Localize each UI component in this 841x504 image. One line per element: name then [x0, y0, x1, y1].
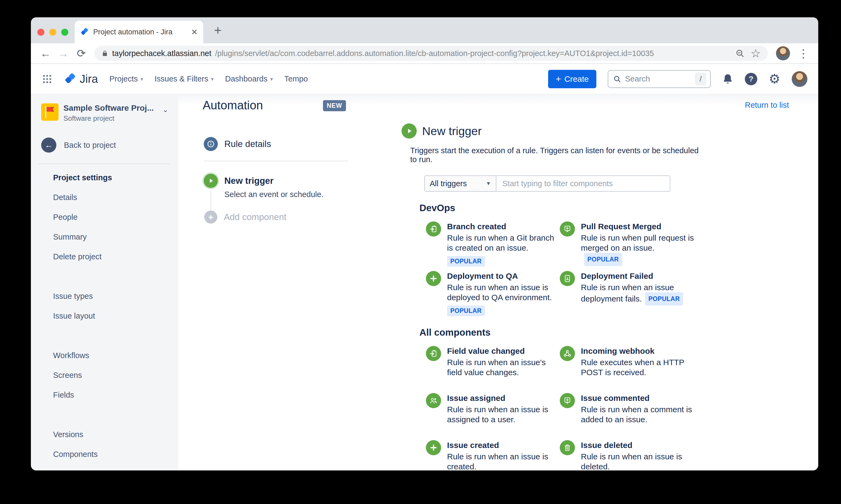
sidebar-divider	[38, 163, 171, 164]
clipboard-arrow-icon	[426, 221, 441, 237]
back-icon[interactable]: ←	[38, 47, 53, 59]
sidebar-item-summary[interactable]: Summary	[53, 227, 170, 247]
forward-icon[interactable]: →	[56, 47, 71, 59]
stepper-rule-details[interactable]: Rule details	[204, 137, 350, 151]
browser-menu-icon[interactable]: ⋮	[797, 47, 809, 60]
jira-wordmark: Jira	[80, 73, 98, 86]
tab-title: Project automation - Jira	[93, 28, 187, 36]
nav-item-projects[interactable]: Projects▾	[109, 74, 143, 83]
trigger-title: Issue assigned	[447, 394, 557, 403]
sidebar-item-components[interactable]: Components	[53, 445, 170, 464]
sidebar-item-issue-types[interactable]: Issue types	[53, 286, 170, 306]
trigger-card-issue-commented[interactable]: Issue commentedRule is run when a commen…	[560, 393, 695, 425]
create-button[interactable]: + Create	[548, 70, 596, 88]
global-search[interactable]: /	[608, 70, 711, 88]
info-icon	[204, 137, 218, 151]
app-switcher-icon[interactable]	[42, 74, 53, 85]
project-name: Sample Software Proj...	[64, 103, 154, 113]
sidebar-item-people[interactable]: People	[53, 207, 170, 227]
trigger-card-branch-created[interactable]: Branch createdRule is run when a Git bra…	[426, 221, 560, 267]
project-avatar	[41, 103, 58, 121]
trigger-card-issue-assigned[interactable]: Issue assignedRule is run when an issue …	[426, 393, 560, 425]
new-trigger-panel: New trigger Triggers start the execution…	[401, 123, 700, 470]
sidebar-item-workflows[interactable]: Workflows	[53, 346, 170, 365]
nav-item-label: Tempo	[284, 74, 308, 83]
reload-icon[interactable]: ⟳	[74, 47, 89, 59]
search-icon	[613, 75, 621, 83]
settings-gear-icon[interactable]: ⚙	[769, 73, 780, 86]
trigger-card-issue-created[interactable]: Issue createdRule is run when an issue i…	[426, 440, 560, 470]
chevron-down-icon: ▾	[140, 76, 143, 82]
nav-item-label: Projects	[109, 74, 138, 83]
play-icon	[401, 123, 417, 139]
trigger-type-dropdown[interactable]: All triggers ▼	[424, 175, 496, 192]
minimize-window-button[interactable]	[49, 29, 56, 36]
trigger-description: Rule is run when pull request is merged …	[581, 233, 695, 266]
trigger-card-field-value-changed[interactable]: Field value changedRule is run when an i…	[426, 346, 560, 377]
trigger-card-deployment-failed[interactable]: Deployment FailedRule is run when an iss…	[560, 271, 695, 316]
trigger-description: Rule is run when an issue deployment fai…	[581, 282, 695, 306]
trigger-title: Issue commented	[581, 394, 695, 403]
trigger-card-grid: Field value changedRule is run when an i…	[426, 346, 700, 470]
search-shortcut-badge: /	[695, 73, 706, 86]
close-window-button[interactable]	[37, 29, 45, 36]
plus-icon	[426, 440, 441, 455]
caret-down-icon: ▼	[486, 181, 491, 186]
nav-item-dashboards[interactable]: Dashboards▾	[225, 74, 273, 83]
zoom-out-icon[interactable]	[735, 49, 744, 58]
tab-close-icon[interactable]: ✕	[191, 27, 198, 37]
sidebar-item-fields[interactable]: Fields	[53, 385, 170, 405]
sidebar-item-screens[interactable]: Screens	[53, 365, 170, 385]
trigger-card-pull-request-merged[interactable]: Pull Request MergedRule is run when pull…	[560, 221, 695, 267]
sidebar-item-versions[interactable]: Versions	[53, 425, 170, 445]
plus-circle-icon: +	[204, 211, 217, 223]
sidebar-item-issue-layout[interactable]: Issue layout	[53, 306, 170, 326]
back-to-project[interactable]: ← Back to project	[41, 138, 116, 153]
fullscreen-window-button[interactable]	[61, 29, 68, 36]
browser-window: Project automation - Jira ✕ + ← → ⟳ tayl…	[31, 17, 818, 470]
bookmark-star-icon[interactable]: ☆	[751, 47, 761, 60]
trigger-description: Rule is run when an issue's field value …	[447, 357, 557, 377]
nav-item-tempo[interactable]: Tempo	[284, 74, 308, 83]
jira-logo[interactable]: Jira	[64, 73, 98, 86]
trigger-description: Rule is run when a Git branch is created…	[447, 233, 557, 253]
search-input[interactable]	[625, 74, 691, 83]
trigger-description: Rule is run when an issue is deleted.	[581, 451, 695, 470]
trigger-description: Rule is run when an issue is assigned to…	[447, 404, 557, 425]
chevron-down-icon: ▾	[270, 76, 273, 82]
browser-tab[interactable]: Project automation - Jira ✕	[75, 21, 203, 43]
trigger-card-deployment-to-qa[interactable]: Deployment to QARule is run when an issu…	[426, 271, 560, 316]
popular-badge: POPULAR	[584, 253, 622, 266]
filter-row: All triggers ▼	[424, 175, 700, 192]
project-switcher[interactable]: Sample Software Proj... Software project…	[41, 103, 171, 123]
address-bar[interactable]: taylorpechacek.atlassian.net /plugins/se…	[94, 46, 768, 61]
trigger-title: Issue created	[447, 441, 557, 450]
filter-components-input[interactable]	[496, 175, 670, 192]
stepper-new-trigger[interactable]: New trigger	[204, 174, 274, 188]
lock-icon	[101, 50, 108, 57]
return-to-list-link[interactable]: Return to list	[745, 101, 789, 110]
trigger-description: Rule executes when a HTTP POST is receiv…	[581, 357, 695, 377]
sidebar-item-delete-project[interactable]: Delete project	[53, 247, 170, 267]
stepper-new-trigger-subtext: Select an event or schedule.	[224, 190, 324, 199]
plus-icon	[426, 271, 441, 286]
trigger-description: Rule is run when an issue is created.	[447, 451, 557, 470]
sidebar-item-details[interactable]: Details	[53, 187, 170, 207]
notifications-bell-icon[interactable]	[722, 73, 734, 85]
browser-profile-avatar[interactable]	[776, 46, 790, 60]
plus-icon: +	[556, 74, 561, 84]
sidebar-section-project-settings[interactable]: Project settings	[53, 168, 170, 187]
back-arrow-icon: ←	[41, 138, 56, 153]
user-avatar[interactable]	[792, 71, 807, 87]
trigger-card-incoming-webhook[interactable]: Incoming webhookRule executes when a HTT…	[560, 346, 695, 377]
chevron-down-icon: ⌄	[162, 106, 168, 123]
panel-description: Triggers start the execution of a rule. …	[410, 146, 700, 164]
nav-item-issues-filters[interactable]: Issues & Filters▾	[155, 74, 214, 83]
help-icon[interactable]: ?	[745, 73, 757, 85]
new-tab-button[interactable]: +	[214, 24, 222, 37]
trigger-card-grid: Branch createdRule is run when a Git bra…	[426, 221, 700, 316]
trigger-card-issue-deleted[interactable]: Issue deletedRule is run when an issue i…	[560, 440, 695, 470]
popular-badge: POPULAR	[645, 292, 683, 306]
comment-plus-icon	[560, 221, 575, 237]
page-content: Sample Software Proj... Software project…	[31, 94, 818, 470]
